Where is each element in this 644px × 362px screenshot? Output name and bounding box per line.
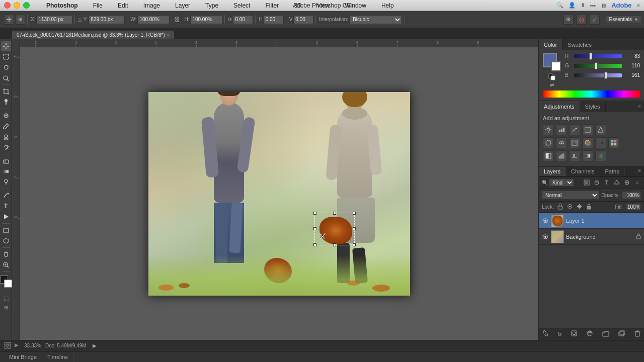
filter-pixels-icon[interactable] xyxy=(583,178,591,187)
adj-colllookup-icon[interactable] xyxy=(608,137,619,148)
fill-input[interactable] xyxy=(626,204,641,210)
layers-link-icon[interactable] xyxy=(542,330,549,338)
adj-channelmix-icon[interactable] xyxy=(595,137,606,148)
zoom-tool[interactable] xyxy=(1,260,11,270)
status-expand-icon[interactable]: ▶ xyxy=(93,343,97,348)
filter-toggle-icon[interactable]: ○ xyxy=(633,178,641,187)
color-panel-menu-icon[interactable]: ≡ xyxy=(635,42,644,48)
history-brush-tool[interactable] xyxy=(1,142,11,152)
maximize-button[interactable] xyxy=(23,2,30,9)
layers-delete-icon[interactable] xyxy=(634,330,641,338)
marquee-tool[interactable] xyxy=(1,52,11,62)
adj-posterize-icon[interactable] xyxy=(556,150,567,161)
clone-tool[interactable] xyxy=(1,132,11,142)
lock-transparent-icon[interactable] xyxy=(557,203,564,211)
close-doc-icon[interactable]: × xyxy=(2,1,9,8)
layers-new-icon[interactable] xyxy=(618,330,625,338)
adj-bw-icon[interactable] xyxy=(569,137,580,148)
icon-search[interactable]: 🔍 xyxy=(556,2,564,9)
adj-colorbalance-icon[interactable] xyxy=(556,137,567,148)
tab-layers[interactable]: Layers xyxy=(539,167,566,176)
vskew-input[interactable] xyxy=(293,15,313,24)
move-tool[interactable] xyxy=(1,41,11,51)
menu-3d[interactable]: 3D xyxy=(290,1,305,10)
menu-help[interactable]: Help xyxy=(377,1,398,10)
filter-type-icon-2[interactable]: T xyxy=(603,178,611,187)
status-minibridge-icon[interactable] xyxy=(4,342,11,350)
lock-all-icon[interactable] xyxy=(586,203,592,211)
path-select-tool[interactable] xyxy=(1,212,11,222)
interp-select[interactable]: Bicubic Bilinear Nearest Neighbor xyxy=(349,15,402,24)
cancel-transform-icon[interactable]: ⊘ xyxy=(577,15,587,25)
adj-vibrance-icon[interactable] xyxy=(595,124,606,135)
layers-panel-menu-icon[interactable]: ≡ xyxy=(635,167,644,176)
tab-styles[interactable]: Styles xyxy=(580,101,606,112)
icon-user[interactable]: 👤 xyxy=(569,2,576,9)
color-spectrum-bar[interactable] xyxy=(543,90,640,98)
menu-file[interactable]: File xyxy=(89,1,107,10)
healing-tool[interactable] xyxy=(1,111,11,121)
photo-canvas[interactable] xyxy=(148,92,410,296)
text-tool[interactable]: T xyxy=(1,201,11,211)
color-swatches[interactable] xyxy=(0,276,12,291)
layer-row-1[interactable]: Layer 1 xyxy=(539,213,644,229)
link-icon[interactable]: ⛓ xyxy=(173,16,181,23)
adj-huesat-icon[interactable] xyxy=(543,137,554,148)
menu-layer[interactable]: Layer xyxy=(171,1,194,10)
hand-tool[interactable] xyxy=(1,249,11,259)
tab-paths[interactable]: Paths xyxy=(600,167,625,176)
crop-tool[interactable] xyxy=(1,86,11,97)
menu-edit[interactable]: Edit xyxy=(114,1,132,10)
angle-input[interactable] xyxy=(233,15,253,24)
shape-tool[interactable] xyxy=(1,225,11,235)
adj-invert-icon[interactable] xyxy=(543,150,554,161)
app-name[interactable]: Photoshop xyxy=(42,1,82,10)
essentials-dropdown[interactable]: Essentials ▼ xyxy=(606,16,642,23)
3d-tool[interactable] xyxy=(1,236,11,246)
r-slider[interactable] xyxy=(574,54,622,58)
tab-close-icon[interactable]: × xyxy=(167,33,170,38)
adj-levels-icon[interactable] xyxy=(556,124,567,135)
tab-swatches[interactable]: Swatches xyxy=(562,39,597,50)
w-input[interactable] xyxy=(137,15,170,24)
pen-tool[interactable] xyxy=(1,191,11,201)
adj-brightness-icon[interactable] xyxy=(543,124,554,135)
background-color[interactable] xyxy=(4,280,12,288)
g-slider[interactable] xyxy=(574,64,622,68)
blend-mode-select[interactable]: Normal Multiply Screen Overlay Soft Ligh… xyxy=(542,191,599,200)
menu-view[interactable]: View xyxy=(312,1,334,10)
minimize-button[interactable] xyxy=(14,2,20,9)
adj-gradientmap-icon[interactable] xyxy=(582,150,593,161)
menu-select[interactable]: Select xyxy=(229,1,254,10)
layer-row-background[interactable]: Background xyxy=(539,229,644,245)
y-input[interactable] xyxy=(89,15,125,24)
r-slider-thumb[interactable] xyxy=(589,53,592,60)
reset-colors-icon[interactable] xyxy=(548,73,555,80)
adj-panel-menu-icon[interactable]: ≡ xyxy=(635,104,644,110)
layers-fx-icon[interactable]: fx xyxy=(558,331,562,337)
eraser-tool[interactable] xyxy=(1,156,11,166)
layers-mask-icon[interactable] xyxy=(571,330,578,338)
commit-transform-icon[interactable]: ✓ xyxy=(590,15,600,25)
tab-timeline[interactable]: Timeline xyxy=(42,351,73,362)
filter-shape-icon[interactable] xyxy=(613,178,621,187)
adj-selectivecolor-icon[interactable] xyxy=(595,150,606,161)
document-tab[interactable]: 07-iStock_000017617181Medium.psd @ 33.3%… xyxy=(12,31,174,39)
x-input[interactable] xyxy=(36,15,72,24)
adj-curves-icon[interactable] xyxy=(569,124,580,135)
g-slider-thumb[interactable] xyxy=(595,62,598,69)
hskew-input[interactable] xyxy=(264,15,284,24)
background-color-preview[interactable] xyxy=(551,61,561,71)
icon-share[interactable]: ⬆ xyxy=(581,2,585,9)
adj-exposure-icon[interactable] xyxy=(582,124,593,135)
swap-colors-icon[interactable]: ⇄ xyxy=(548,81,555,88)
adj-threshold-icon[interactable] xyxy=(569,150,580,161)
layers-adj-icon[interactable] xyxy=(586,330,593,338)
menu-image[interactable]: Image xyxy=(139,1,164,10)
gradient-tool[interactable] xyxy=(1,166,11,176)
quick-mask-icon[interactable]: ⬚ xyxy=(2,294,10,302)
h-input[interactable] xyxy=(190,15,222,24)
menu-type[interactable]: Type xyxy=(201,1,222,10)
tab-minibridge[interactable]: Mini Bridge xyxy=(4,351,42,362)
lock-image-icon[interactable] xyxy=(567,203,573,211)
